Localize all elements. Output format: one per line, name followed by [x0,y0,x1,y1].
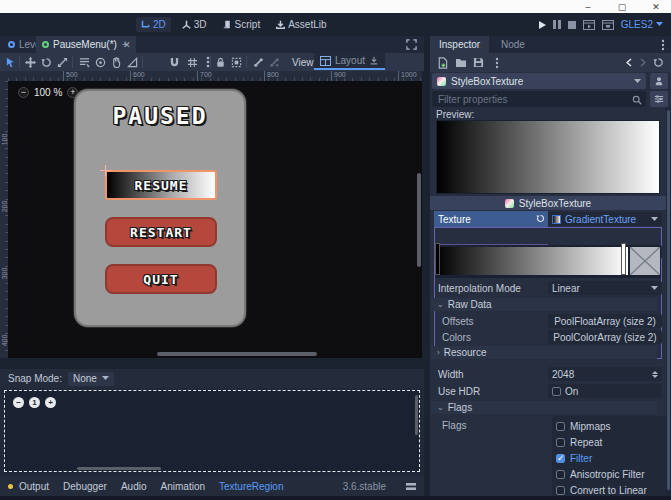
texture-value-dropdown[interactable]: GradientTexture [548,212,662,226]
history-back-icon[interactable] [622,56,635,69]
workspace-2d[interactable]: 2D [136,17,171,32]
collapse-bottom-panel-icon[interactable] [406,482,416,491]
flag-convert-linear[interactable]: Convert to Linear [556,482,662,496]
canvas-viewport[interactable]: − 100 % + PAUSED RESUME RESTART QUIT [8,81,422,358]
play-button[interactable] [539,21,546,29]
section-raw-data[interactable]: ⌄ Raw Data [431,298,657,311]
tr-zoom-out-icon[interactable]: − [13,397,24,408]
tr-hscrollbar[interactable] [77,467,161,470]
load-resource-icon[interactable] [454,56,467,69]
colors-array-button[interactable]: PoolColorArray (size 2) [548,330,662,344]
offsets-array-button[interactable]: PoolFloatArray (size 2) [548,314,662,328]
skeleton-bone-icon[interactable] [252,56,264,68]
mipmaps-checkbox[interactable] [556,422,565,431]
revert-property-icon[interactable] [536,214,545,223]
workspace-script[interactable]: Script [218,17,266,32]
restart-button[interactable]: RESTART [105,217,217,247]
gradient-ramp[interactable] [436,247,628,275]
distraction-free-icon[interactable] [406,39,417,50]
flag-mipmaps[interactable]: Mipmaps [556,418,662,434]
bottom-tab-animation[interactable]: Animation [161,481,205,492]
history-forward-icon[interactable] [636,56,649,69]
resource-dropdown[interactable]: StyleBoxTexture [432,73,646,89]
tr-zoom-reset-icon[interactable]: 1 [29,397,40,408]
pan-tool-icon[interactable] [110,56,122,68]
select-pivot-icon[interactable] [94,56,106,68]
minimize-icon[interactable]: – [578,1,598,12]
section-resource[interactable]: › Resource [431,346,657,359]
gradient-handle-black[interactable] [435,243,440,275]
snap-options-icon[interactable] [202,56,214,68]
texture-region-editor[interactable]: − 1 + [4,390,420,472]
play-custom-scene-button[interactable] [602,20,614,30]
interpolation-label: Interpolation Mode [438,283,521,294]
canvas-vscrollbar[interactable] [417,173,421,267]
stop-button[interactable] [568,21,576,29]
layout-menu-button[interactable]: Layout [314,53,385,70]
workspace-3d[interactable]: 3D [177,17,212,32]
interpolation-dropdown[interactable]: Linear [548,281,662,295]
filter-properties-input[interactable] [432,91,646,107]
snap-mode-dropdown[interactable]: None [68,372,114,386]
bottom-tab-output[interactable]: Output [19,481,49,492]
chevron-down-icon [651,286,658,291]
grid-snap-icon[interactable] [186,56,198,68]
gradient-color-box[interactable] [630,247,660,275]
zoom-out-icon[interactable]: − [18,87,29,98]
inspector-scrollbar[interactable] [666,108,671,496]
bottom-tab-audio[interactable]: Audio [121,481,147,492]
tr-zoom-in-icon[interactable]: + [45,397,56,408]
panel-divider[interactable] [0,358,424,369]
zoom-controls: − 100 % + [18,87,78,98]
canvas-hscrollbar[interactable] [157,352,317,356]
save-resource-icon[interactable] [472,56,485,69]
scale-tool-icon[interactable] [56,56,68,68]
resource-menu-icon[interactable] [490,56,503,69]
convert-linear-checkbox[interactable] [556,486,565,495]
skeleton-options-icon[interactable] [268,56,280,68]
quit-button[interactable]: QUIT [105,264,217,294]
flag-filter[interactable]: Filter [556,450,662,466]
history-list-icon[interactable] [652,56,665,69]
section-flags[interactable]: ⌄ Flags [431,401,657,414]
flag-anisotropic[interactable]: Anisotropic Filter [556,466,662,482]
filter-checkbox[interactable] [556,454,565,463]
anisotropic-checkbox[interactable] [556,470,565,479]
bottom-tab-debugger[interactable]: Debugger [63,481,107,492]
pause-menu-panel[interactable]: PAUSED RESUME RESTART QUIT [74,89,246,327]
close-icon[interactable]: ✕ [646,1,666,12]
flag-repeat[interactable]: Repeat [556,434,662,450]
repeat-checkbox[interactable] [556,438,565,447]
select-tool-icon[interactable] [4,56,16,68]
spinner-updown-icon[interactable] [652,371,658,378]
renderer-dropdown[interactable]: GLES2 [621,19,663,30]
pause-button[interactable] [553,20,561,29]
width-spinbox[interactable]: 2048 [548,367,662,381]
list-select-icon[interactable] [78,56,90,68]
zoom-level[interactable]: 100 % [34,87,62,98]
ruler-tool-icon[interactable] [126,56,138,68]
flags-section-label: Flags [448,402,472,413]
tr-vscrollbar[interactable] [415,395,418,435]
group-icon[interactable] [230,56,242,68]
rotate-tool-icon[interactable] [40,56,52,68]
lock-icon[interactable] [214,56,226,68]
resume-button[interactable]: RESUME [105,170,217,200]
gradient-handle-white[interactable] [621,243,626,275]
bottom-tab-textureregion[interactable]: TextureRegion [219,481,283,492]
gradient-editor[interactable] [435,245,661,278]
workspace-assetlib[interactable]: AssetLib [271,17,331,32]
dock-menu-icon[interactable] [656,38,669,51]
smart-snap-icon[interactable] [168,56,180,68]
object-options-icon[interactable] [650,73,668,89]
play-scene-button[interactable] [583,20,595,30]
move-tool-icon[interactable] [24,56,36,68]
category-header[interactable]: StyleBoxTexture [430,196,666,210]
property-tools-icon[interactable] [650,91,668,107]
use-hdr-checkbox[interactable] [552,387,561,396]
new-resource-icon[interactable] [436,56,449,69]
tab-node[interactable]: Node [492,36,534,53]
new-scene-tab-button[interactable]: + [122,38,128,50]
restore-icon[interactable]: ▢ [612,1,632,12]
tab-inspector[interactable]: Inspector [430,36,489,53]
